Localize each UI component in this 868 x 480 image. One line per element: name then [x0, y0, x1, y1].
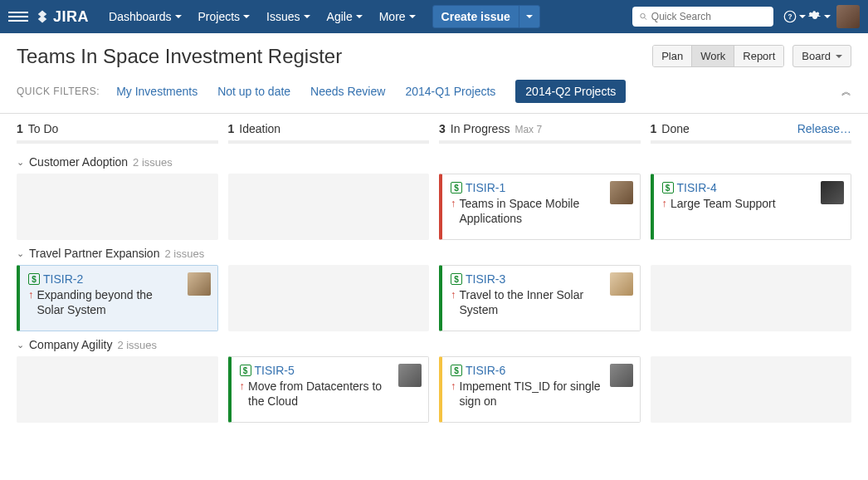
issue-card[interactable]: $TISIR-4↑Large Team Support [651, 174, 852, 240]
view-switcher: PlanWorkReport [652, 45, 784, 67]
board-label: Board [802, 50, 831, 62]
issue-summary: Expanding beyond the Solar System [37, 287, 209, 317]
assignee-avatar[interactable] [610, 364, 633, 387]
release-link[interactable]: Release… [797, 122, 851, 135]
chevron-down-icon [824, 15, 831, 18]
swimlane-header[interactable]: ⌄Customer Adoption2 issues [17, 155, 851, 169]
priority-icon: ↑ [662, 196, 668, 211]
issue-key[interactable]: TISIR-4 [677, 181, 717, 194]
nav-item-more[interactable]: More [371, 0, 424, 33]
swimlane-row: $TISIR-5↑Move from Datacenters to the Cl… [17, 356, 851, 423]
swimlane-row: $TISIR-1↑Teams in Space Mobile Applicati… [17, 174, 851, 240]
issue-card[interactable]: $TISIR-1↑Teams in Space Mobile Applicati… [439, 174, 641, 240]
issue-key[interactable]: TISIR-6 [466, 364, 505, 377]
view-plan[interactable]: Plan [653, 46, 692, 66]
top-nav: JIRA DashboardsProjectsIssuesAgileMore C… [0, 0, 868, 33]
priority-icon: ↑ [451, 379, 456, 394]
chevron-down-icon: ⌄ [17, 248, 24, 259]
nav-item-issues[interactable]: Issues [258, 0, 318, 33]
issue-type-icon: $ [28, 273, 40, 285]
assignee-avatar[interactable] [610, 272, 633, 296]
swimlane-header[interactable]: ⌄Travel Partner Expansion2 issues [17, 247, 851, 260]
empty-cell[interactable] [228, 265, 430, 331]
issue-type-icon: $ [662, 182, 674, 193]
chevron-down-icon [243, 15, 250, 18]
chevron-down-icon [304, 15, 310, 18]
empty-cell[interactable] [17, 174, 218, 240]
columns-header: 1To Do1Ideation3In ProgressMax 71DoneRel… [17, 122, 851, 135]
board-dropdown[interactable]: Board [792, 45, 851, 67]
logo-text: JIRA [53, 8, 89, 26]
priority-icon: ↑ [28, 287, 34, 302]
swimlane-header[interactable]: ⌄Company Agility2 issues [17, 338, 851, 351]
issue-card[interactable]: $TISIR-6↑Impement TIS_ID for single sign… [439, 356, 641, 423]
issue-type-icon: $ [451, 273, 462, 285]
user-avatar[interactable] [836, 5, 860, 28]
collapse-icon[interactable]: ︽ [841, 85, 851, 99]
swimlane-row: $TISIR-2↑Expanding beyond the Solar Syst… [17, 265, 851, 331]
page-title: Teams In Space Investment Register [17, 45, 652, 68]
menu-icon[interactable] [8, 12, 28, 22]
quick-search[interactable] [632, 7, 773, 27]
quick-filter[interactable]: Not up to date [217, 85, 290, 98]
issue-type-icon: $ [451, 182, 462, 193]
chevron-down-icon [356, 15, 363, 18]
priority-icon: ↑ [451, 196, 456, 211]
quick-filter[interactable]: My Investments [116, 85, 197, 98]
issue-summary: Large Team Support [671, 196, 806, 211]
issue-card[interactable]: $TISIR-3↑Travel to the Inner Solar Syste… [439, 265, 641, 331]
empty-cell[interactable] [228, 174, 430, 240]
column-header: 1DoneRelease… [651, 122, 852, 135]
quick-filter[interactable]: Needs Review [310, 85, 385, 98]
issue-summary: Travel to the Inner Solar System [460, 287, 631, 317]
help-icon[interactable]: ? [782, 0, 807, 33]
priority-icon: ↑ [451, 287, 456, 302]
chevron-down-icon: ⌄ [17, 340, 24, 350]
column-header: 3In ProgressMax 7 [439, 122, 641, 135]
jira-icon [35, 9, 50, 24]
assignee-avatar[interactable] [610, 181, 633, 204]
assignee-avatar[interactable] [821, 181, 844, 204]
chevron-down-icon [409, 15, 416, 18]
svg-text:?: ? [788, 13, 792, 21]
quick-filter[interactable]: 2014-Q2 Projects [515, 80, 626, 103]
issue-type-icon: $ [240, 365, 251, 376]
issue-key[interactable]: TISIR-1 [466, 181, 505, 194]
issue-card[interactable]: $TISIR-2↑Expanding beyond the Solar Syst… [17, 265, 218, 331]
priority-icon: ↑ [240, 379, 246, 394]
issue-summary: Teams in Space Mobile Applications [460, 196, 631, 226]
view-work[interactable]: Work [692, 46, 734, 66]
svg-point-0 [641, 13, 645, 17]
create-issue-dropdown[interactable] [519, 6, 539, 27]
chevron-down-icon [175, 15, 182, 18]
issue-key[interactable]: TISIR-2 [43, 272, 83, 286]
quick-filter[interactable]: 2014-Q1 Projects [405, 85, 495, 98]
svg-line-1 [645, 17, 646, 19]
settings-icon[interactable] [807, 0, 831, 33]
nav-item-dashboards[interactable]: Dashboards [100, 0, 190, 33]
empty-cell[interactable] [17, 356, 218, 423]
jira-logo[interactable]: JIRA [35, 8, 89, 26]
quick-filters: QUICK FILTERS: My InvestmentsNot up to d… [0, 68, 868, 113]
board: 1To Do1Ideation3In ProgressMax 71DoneRel… [0, 114, 868, 431]
empty-cell[interactable] [651, 265, 852, 331]
issue-card[interactable]: $TISIR-5↑Move from Datacenters to the Cl… [228, 356, 430, 423]
assignee-avatar[interactable] [398, 364, 422, 387]
issue-key[interactable]: TISIR-5 [255, 364, 295, 377]
chevron-down-icon [799, 15, 806, 18]
issue-summary: Impement TIS_ID for single sign on [460, 379, 631, 409]
nav-item-agile[interactable]: Agile [319, 0, 371, 33]
chevron-down-icon [526, 15, 533, 18]
nav-item-projects[interactable]: Projects [190, 0, 259, 33]
create-issue-button[interactable]: Create issue [433, 6, 519, 27]
column-header: 1To Do [17, 122, 218, 135]
issue-key[interactable]: TISIR-3 [466, 272, 505, 286]
search-input[interactable] [651, 11, 767, 22]
assignee-avatar[interactable] [188, 272, 211, 296]
search-icon [639, 12, 648, 22]
chevron-down-icon: ⌄ [17, 157, 24, 168]
issue-summary: Move from Datacenters to the Cloud [248, 379, 420, 409]
page-header: Teams In Space Investment Register PlanW… [0, 33, 868, 68]
empty-cell[interactable] [651, 356, 852, 423]
view-report[interactable]: Report [734, 46, 783, 66]
